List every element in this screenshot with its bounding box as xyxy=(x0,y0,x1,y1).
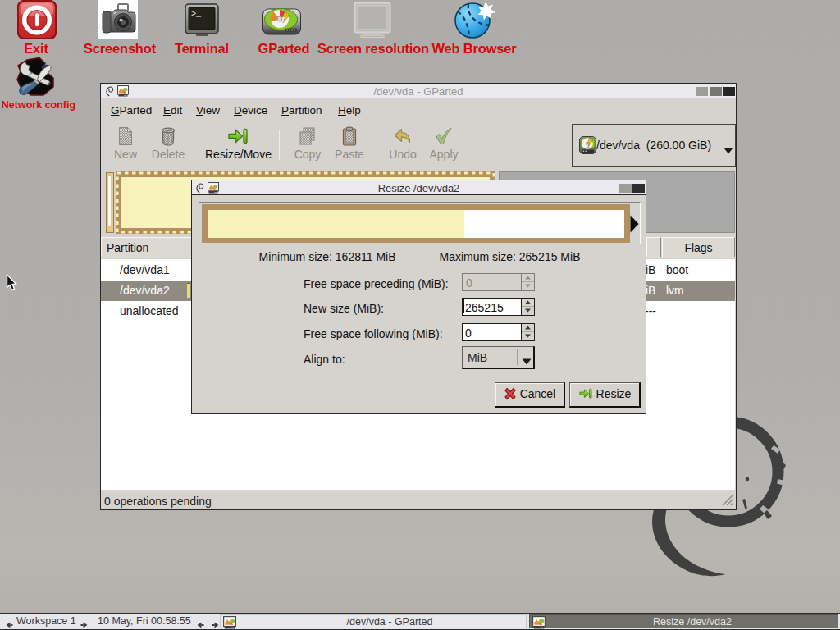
svg-text:>_: >_ xyxy=(191,10,202,19)
